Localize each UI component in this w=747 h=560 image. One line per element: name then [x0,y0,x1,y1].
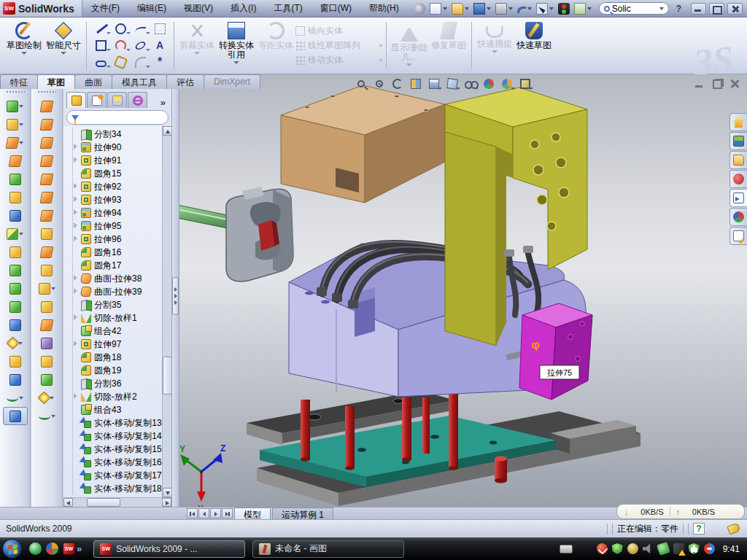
next-tab-button[interactable] [210,508,221,518]
minimize-button[interactable] [691,3,706,15]
doc-close-button[interactable] [729,79,741,89]
ribbon-tab-特征[interactable]: 特征 [0,74,38,89]
chevron-down-icon[interactable] [438,88,442,90]
chevron-down-icon[interactable] [487,7,491,10]
task-pane-tab-design-library[interactable] [729,132,747,150]
plane-button[interactable] [3,352,28,370]
chevron-down-icon[interactable] [659,7,664,10]
rib-button[interactable] [3,243,28,261]
boundary-surface-button[interactable] [34,170,59,188]
power-shield-tray-icon[interactable] [612,543,623,554]
view-settings-button[interactable] [517,77,533,91]
tree-item[interactable]: 实体-移动/复制13 [73,416,171,429]
ruled-surface-button[interactable] [34,334,59,352]
menu-item-0[interactable]: 文件(F) [82,0,128,17]
network-warning-tray-icon[interactable] [673,543,684,554]
chevron-down-icon[interactable] [19,123,23,126]
menu-item-2[interactable]: 视图(V) [175,0,222,17]
panel-tab-properties[interactable] [87,92,107,108]
print-button[interactable] [494,1,514,16]
antivirus-tray-icon[interactable] [689,543,700,554]
revolved-surface-button[interactable] [34,115,59,133]
thicken-button[interactable] [34,352,59,370]
ribbon-tab-草图[interactable]: 草图 [37,74,75,89]
quick-snaps-button[interactable]: 快速捕捉 [475,19,514,72]
chevron-down-icon[interactable] [511,88,515,90]
convert-entities-button[interactable]: 转换实体引用 [217,19,256,72]
tree-item[interactable]: 实体-移动/复制17 [73,469,171,482]
tree-item[interactable]: 拉伸96 [73,233,171,246]
knit-surface-button[interactable] [34,316,59,334]
revolved-boss-button[interactable] [3,133,28,152]
chevron-down-icon[interactable] [19,397,23,400]
messenger-shortcut[interactable] [29,542,42,555]
doc-restore-button[interactable] [711,79,724,89]
panel-splitter[interactable] [172,74,179,507]
ribbon-tab-评估[interactable]: 评估 [166,74,204,89]
ejector-arm[interactable] [179,187,293,281]
tab-model[interactable]: 模型 [234,508,271,519]
open-button[interactable] [450,1,471,16]
scroll-left-button[interactable] [63,498,73,507]
tree-item[interactable]: 实体-移动/复制18 [73,482,171,495]
task-pane-tab-file-explorer[interactable] [729,151,747,169]
task-pane-tab-solidworks-resources[interactable] [729,113,747,131]
menu-item-5[interactable]: 窗口(W) [311,0,360,17]
lofted-surface-button[interactable] [34,152,59,170]
save-button[interactable] [472,1,492,16]
axis-button[interactable] [3,370,28,389]
help-menu-icon[interactable]: ? [676,4,681,14]
ribbon-tab-模具工具[interactable]: 模具工具 [112,74,167,89]
tree-item[interactable]: 组合43 [73,403,171,416]
magenta-block[interactable]: φ [519,303,592,400]
edit-appearance-button[interactable] [481,77,497,91]
tab-motion-study[interactable]: 运动算例 1 [272,508,333,519]
chevron-down-icon[interactable] [51,287,55,290]
repair-sketch-button[interactable]: 修复草图 [429,19,468,72]
tree-item[interactable]: 分割34 [73,128,171,141]
tree-item[interactable]: 拉伸95 [73,219,171,233]
tree-horizontal-scrollbar[interactable] [63,497,171,507]
tree-item[interactable]: 圆角17 [73,259,171,272]
view-orientation-button[interactable] [426,77,442,91]
tree-item[interactable]: 组合42 [73,324,171,338]
feature-filter-input[interactable] [66,110,169,125]
reference-star-button[interactable] [34,389,59,407]
straight-slot-tool-button[interactable] [91,55,110,71]
tree-item[interactable]: 拉伸90 [73,141,171,154]
splitter-handle[interactable] [172,277,179,315]
menu-item-3[interactable]: 插入(I) [222,0,265,17]
close-button[interactable] [727,3,743,15]
ribbon-tab-曲面[interactable]: 曲面 [74,74,112,89]
toolbar-drag-handle[interactable] [37,90,56,94]
assembly-model[interactable]: φ X Y Z 拉伸75 [179,74,747,507]
tree-item[interactable]: 拉伸91 [73,154,171,167]
sketch-fillet-tool-button[interactable] [131,55,150,71]
shell-button[interactable] [3,279,28,298]
tree-item[interactable]: 实体-移动/复制14 [73,429,171,443]
tree-item[interactable]: 分割36 [73,377,171,390]
restore-button[interactable] [709,3,724,15]
volume-tray-icon[interactable] [643,543,654,554]
chevron-down-icon[interactable] [19,141,23,144]
chevron-down-icon[interactable] [61,52,66,55]
boundary-boss-button[interactable] [3,188,28,206]
linear-pattern-button[interactable] [3,225,28,243]
security-alert-tray-icon[interactable] [597,543,608,554]
panel-tab-configurations[interactable] [107,92,127,108]
task-pane-tab-view-palette[interactable] [729,189,747,207]
chevron-down-icon[interactable] [587,7,592,10]
chevron-down-icon[interactable] [529,88,533,90]
quick-tips-icon[interactable]: ? [693,523,705,534]
toolbar-drag-handle[interactable] [6,90,25,94]
chevron-down-icon[interactable] [549,7,554,10]
tag-icon[interactable] [727,523,740,535]
circle-tool-button[interactable] [111,21,130,37]
tree-item[interactable]: 拉伸97 [73,338,171,351]
media-shortcut[interactable] [46,542,58,555]
tree-item[interactable]: 拉伸93 [73,193,171,206]
chevron-down-icon[interactable] [443,7,447,10]
offset-entities-button[interactable]: 等距实体 [256,19,295,72]
tree-item[interactable]: 拉伸92 [73,180,171,193]
panel-more-icon[interactable]: » [156,97,170,108]
